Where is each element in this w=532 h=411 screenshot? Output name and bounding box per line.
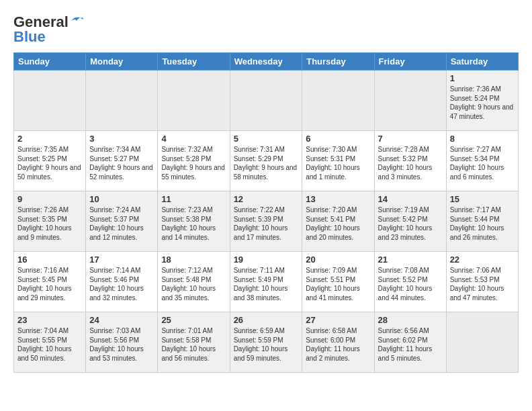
day-number: 8 — [450, 134, 515, 144]
day-info: Sunrise: 7:36 AM Sunset: 5:24 PM Dayligh… — [450, 85, 515, 121]
calendar-day-cell: 28Sunrise: 6:56 AM Sunset: 6:02 PM Dayli… — [374, 312, 446, 373]
day-info: Sunrise: 7:09 AM Sunset: 5:51 PM Dayligh… — [306, 266, 370, 302]
calendar-day-cell: 6Sunrise: 7:30 AM Sunset: 5:31 PM Daylig… — [302, 131, 374, 191]
calendar-header-row: SundayMondayTuesdayWednesdayThursdayFrid… — [14, 53, 519, 71]
weekday-header: Monday — [86, 53, 158, 71]
day-info: Sunrise: 7:17 AM Sunset: 5:44 PM Dayligh… — [450, 205, 515, 242]
day-info: Sunrise: 7:19 AM Sunset: 5:42 PM Dayligh… — [378, 205, 443, 242]
calendar-day-cell: 21Sunrise: 7:08 AM Sunset: 5:52 PM Dayli… — [374, 252, 446, 312]
day-number: 9 — [17, 194, 82, 204]
day-info: Sunrise: 7:03 AM Sunset: 5:56 PM Dayligh… — [89, 326, 154, 363]
calendar-day-cell: 7Sunrise: 7:28 AM Sunset: 5:32 PM Daylig… — [374, 131, 446, 191]
day-info: Sunrise: 6:56 AM Sunset: 6:02 PM Dayligh… — [378, 326, 443, 363]
day-number: 17 — [89, 255, 154, 265]
day-number: 21 — [378, 255, 443, 265]
weekday-header: Wednesday — [230, 53, 302, 71]
day-number: 18 — [161, 255, 226, 265]
calendar-day-cell: 24Sunrise: 7:03 AM Sunset: 5:56 PM Dayli… — [86, 312, 158, 373]
day-number: 2 — [17, 134, 82, 144]
day-info: Sunrise: 7:04 AM Sunset: 5:55 PM Dayligh… — [17, 326, 82, 363]
day-number: 10 — [89, 194, 154, 204]
calendar-day-cell — [158, 71, 230, 131]
calendar-day-cell: 20Sunrise: 7:09 AM Sunset: 5:51 PM Dayli… — [302, 252, 374, 312]
weekday-header: Sunday — [14, 53, 86, 71]
logo: General Blue — [13, 13, 83, 46]
day-number: 4 — [161, 134, 226, 144]
calendar-day-cell — [86, 71, 158, 131]
day-number: 13 — [306, 194, 370, 204]
day-number: 23 — [17, 315, 82, 325]
day-number: 24 — [89, 315, 154, 325]
calendar-day-cell: 18Sunrise: 7:12 AM Sunset: 5:48 PM Dayli… — [158, 252, 230, 312]
calendar-day-cell: 25Sunrise: 7:01 AM Sunset: 5:58 PM Dayli… — [158, 312, 230, 373]
day-info: Sunrise: 7:20 AM Sunset: 5:41 PM Dayligh… — [306, 205, 370, 242]
calendar-day-cell: 17Sunrise: 7:14 AM Sunset: 5:46 PM Dayli… — [86, 252, 158, 312]
day-number: 12 — [234, 194, 299, 204]
day-info: Sunrise: 7:14 AM Sunset: 5:46 PM Dayligh… — [89, 266, 154, 302]
day-info: Sunrise: 7:01 AM Sunset: 5:58 PM Dayligh… — [161, 326, 226, 363]
calendar-table: SundayMondayTuesdayWednesdayThursdayFrid… — [13, 52, 519, 373]
day-info: Sunrise: 7:35 AM Sunset: 5:25 PM Dayligh… — [17, 145, 82, 181]
day-info: Sunrise: 6:59 AM Sunset: 5:59 PM Dayligh… — [234, 326, 299, 363]
calendar-day-cell: 5Sunrise: 7:31 AM Sunset: 5:29 PM Daylig… — [230, 131, 302, 191]
day-number: 26 — [234, 315, 299, 325]
calendar-week-row: 23Sunrise: 7:04 AM Sunset: 5:55 PM Dayli… — [14, 312, 519, 373]
calendar-week-row: 2Sunrise: 7:35 AM Sunset: 5:25 PM Daylig… — [14, 131, 519, 191]
weekday-header: Saturday — [446, 53, 518, 71]
day-info: Sunrise: 7:06 AM Sunset: 5:53 PM Dayligh… — [450, 266, 515, 302]
calendar-day-cell: 1Sunrise: 7:36 AM Sunset: 5:24 PM Daylig… — [446, 71, 518, 131]
day-info: Sunrise: 7:12 AM Sunset: 5:48 PM Dayligh… — [161, 266, 226, 302]
calendar-day-cell: 9Sunrise: 7:26 AM Sunset: 5:35 PM Daylig… — [14, 191, 86, 252]
day-number: 15 — [450, 194, 515, 204]
day-number: 14 — [378, 194, 443, 204]
weekday-header: Tuesday — [158, 53, 230, 71]
calendar-day-cell: 22Sunrise: 7:06 AM Sunset: 5:53 PM Dayli… — [446, 252, 518, 312]
calendar-day-cell: 16Sunrise: 7:16 AM Sunset: 5:45 PM Dayli… — [14, 252, 86, 312]
day-number: 7 — [378, 134, 443, 144]
calendar-day-cell — [302, 71, 374, 131]
calendar-week-row: 16Sunrise: 7:16 AM Sunset: 5:45 PM Dayli… — [14, 252, 519, 312]
day-number: 20 — [306, 255, 370, 265]
calendar-day-cell: 8Sunrise: 7:27 AM Sunset: 5:34 PM Daylig… — [446, 131, 518, 191]
calendar-day-cell: 10Sunrise: 7:24 AM Sunset: 5:37 PM Dayli… — [86, 191, 158, 252]
day-number: 1 — [450, 73, 515, 83]
day-info: Sunrise: 7:27 AM Sunset: 5:34 PM Dayligh… — [450, 145, 515, 181]
day-info: Sunrise: 7:08 AM Sunset: 5:52 PM Dayligh… — [378, 266, 443, 302]
calendar-week-row: 9Sunrise: 7:26 AM Sunset: 5:35 PM Daylig… — [14, 191, 519, 252]
day-number: 22 — [450, 255, 515, 265]
day-info: Sunrise: 7:34 AM Sunset: 5:27 PM Dayligh… — [89, 145, 154, 181]
day-number: 25 — [161, 315, 226, 325]
calendar-day-cell — [14, 71, 86, 131]
day-number: 6 — [306, 134, 370, 144]
calendar-day-cell: 27Sunrise: 6:58 AM Sunset: 6:00 PM Dayli… — [302, 312, 374, 373]
calendar-day-cell: 23Sunrise: 7:04 AM Sunset: 5:55 PM Dayli… — [14, 312, 86, 373]
calendar-week-row: 1Sunrise: 7:36 AM Sunset: 5:24 PM Daylig… — [14, 71, 519, 131]
day-number: 16 — [17, 255, 82, 265]
calendar-day-cell: 11Sunrise: 7:23 AM Sunset: 5:38 PM Dayli… — [158, 191, 230, 252]
day-info: Sunrise: 7:16 AM Sunset: 5:45 PM Dayligh… — [17, 266, 82, 302]
calendar-day-cell: 3Sunrise: 7:34 AM Sunset: 5:27 PM Daylig… — [86, 131, 158, 191]
day-number: 27 — [306, 315, 370, 325]
calendar-day-cell: 26Sunrise: 6:59 AM Sunset: 5:59 PM Dayli… — [230, 312, 302, 373]
day-info: Sunrise: 7:31 AM Sunset: 5:29 PM Dayligh… — [234, 145, 299, 181]
calendar-day-cell: 4Sunrise: 7:32 AM Sunset: 5:28 PM Daylig… — [158, 131, 230, 191]
day-info: Sunrise: 6:58 AM Sunset: 6:00 PM Dayligh… — [306, 326, 370, 363]
day-number: 19 — [234, 255, 299, 265]
weekday-header: Friday — [374, 53, 446, 71]
logo-blue: Blue — [13, 28, 46, 46]
page-header: General Blue — [13, 13, 519, 46]
calendar-day-cell: 15Sunrise: 7:17 AM Sunset: 5:44 PM Dayli… — [446, 191, 518, 252]
calendar-day-cell: 14Sunrise: 7:19 AM Sunset: 5:42 PM Dayli… — [374, 191, 446, 252]
calendar-day-cell: 19Sunrise: 7:11 AM Sunset: 5:49 PM Dayli… — [230, 252, 302, 312]
calendar-day-cell: 2Sunrise: 7:35 AM Sunset: 5:25 PM Daylig… — [14, 131, 86, 191]
day-info: Sunrise: 7:32 AM Sunset: 5:28 PM Dayligh… — [161, 145, 226, 181]
day-number: 28 — [378, 315, 443, 325]
calendar-day-cell — [230, 71, 302, 131]
day-info: Sunrise: 7:28 AM Sunset: 5:32 PM Dayligh… — [378, 145, 443, 181]
calendar-day-cell: 12Sunrise: 7:22 AM Sunset: 5:39 PM Dayli… — [230, 191, 302, 252]
calendar-day-cell — [374, 71, 446, 131]
day-number: 5 — [234, 134, 299, 144]
day-number: 11 — [161, 194, 226, 204]
calendar-day-cell: 13Sunrise: 7:20 AM Sunset: 5:41 PM Dayli… — [302, 191, 374, 252]
day-info: Sunrise: 7:24 AM Sunset: 5:37 PM Dayligh… — [89, 205, 154, 242]
